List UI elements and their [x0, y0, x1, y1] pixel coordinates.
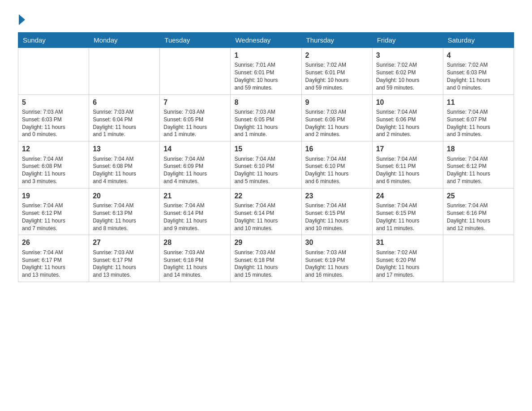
day-info: Sunrise: 7:04 AMSunset: 6:16 PMDaylight:… — [447, 202, 510, 232]
day-number: 4 — [447, 51, 510, 60]
calendar-cell — [89, 48, 160, 95]
day-number: 22 — [234, 191, 297, 201]
calendar-cell: 8Sunrise: 7:03 AMSunset: 6:05 PMDaylight… — [231, 94, 301, 141]
day-info: Sunrise: 7:04 AMSunset: 6:08 PMDaylight:… — [93, 155, 156, 185]
calendar-cell: 1Sunrise: 7:01 AMSunset: 6:01 PMDaylight… — [231, 48, 301, 95]
day-number: 18 — [447, 144, 510, 154]
day-number: 30 — [305, 238, 369, 248]
calendar-cell: 16Sunrise: 7:04 AMSunset: 6:10 PMDayligh… — [301, 141, 372, 188]
day-number: 12 — [22, 144, 85, 154]
calendar-cell: 23Sunrise: 7:04 AMSunset: 6:15 PMDayligh… — [301, 188, 372, 235]
week-row-2: 5Sunrise: 7:03 AMSunset: 6:03 PMDaylight… — [18, 94, 514, 141]
header-tuesday: Tuesday — [160, 33, 231, 48]
day-number: 20 — [93, 191, 156, 201]
day-number: 28 — [163, 238, 227, 248]
calendar-cell: 2Sunrise: 7:02 AMSunset: 6:01 PMDaylight… — [301, 48, 372, 95]
day-number: 5 — [22, 98, 85, 107]
day-number: 26 — [22, 238, 85, 248]
day-number: 29 — [234, 238, 297, 248]
calendar-cell — [160, 48, 231, 95]
calendar-cell: 15Sunrise: 7:04 AMSunset: 6:10 PMDayligh… — [231, 141, 301, 188]
calendar-cell: 29Sunrise: 7:03 AMSunset: 6:18 PMDayligh… — [231, 235, 301, 282]
day-info: Sunrise: 7:04 AMSunset: 6:09 PMDaylight:… — [163, 155, 227, 185]
header-monday: Monday — [89, 33, 160, 48]
day-info: Sunrise: 7:04 AMSunset: 6:06 PMDaylight:… — [376, 108, 439, 138]
day-number: 15 — [234, 144, 297, 154]
header-sunday: Sunday — [18, 33, 89, 48]
calendar-cell: 20Sunrise: 7:04 AMSunset: 6:13 PMDayligh… — [89, 188, 160, 235]
day-info: Sunrise: 7:03 AMSunset: 6:18 PMDaylight:… — [163, 249, 227, 279]
day-info: Sunrise: 7:02 AMSunset: 6:03 PMDaylight:… — [447, 61, 510, 91]
day-info: Sunrise: 7:04 AMSunset: 6:14 PMDaylight:… — [234, 202, 297, 232]
day-info: Sunrise: 7:04 AMSunset: 6:15 PMDaylight:… — [305, 202, 369, 232]
calendar-cell: 22Sunrise: 7:04 AMSunset: 6:14 PMDayligh… — [231, 188, 301, 235]
day-number: 2 — [305, 51, 369, 60]
day-number: 17 — [376, 144, 439, 154]
day-info: Sunrise: 7:04 AMSunset: 6:15 PMDaylight:… — [376, 202, 439, 232]
calendar-table: Sunday Monday Tuesday Wednesday Thursday… — [18, 32, 514, 282]
day-info: Sunrise: 7:04 AMSunset: 6:12 PMDaylight:… — [22, 202, 85, 232]
calendar-cell: 28Sunrise: 7:03 AMSunset: 6:18 PMDayligh… — [160, 235, 231, 282]
day-number: 31 — [376, 238, 439, 248]
day-info: Sunrise: 7:04 AMSunset: 6:17 PMDaylight:… — [22, 249, 85, 279]
day-info: Sunrise: 7:03 AMSunset: 6:05 PMDaylight:… — [163, 108, 227, 138]
calendar-cell: 7Sunrise: 7:03 AMSunset: 6:05 PMDaylight… — [160, 94, 231, 141]
day-info: Sunrise: 7:01 AMSunset: 6:01 PMDaylight:… — [234, 61, 297, 91]
calendar-cell: 12Sunrise: 7:04 AMSunset: 6:08 PMDayligh… — [18, 141, 89, 188]
day-info: Sunrise: 7:04 AMSunset: 6:10 PMDaylight:… — [305, 155, 369, 185]
day-number: 7 — [163, 98, 227, 107]
day-number: 8 — [234, 98, 297, 107]
header-thursday: Thursday — [301, 33, 372, 48]
day-number: 16 — [305, 144, 369, 154]
day-info: Sunrise: 7:04 AMSunset: 6:13 PMDaylight:… — [93, 202, 156, 232]
day-number: 27 — [93, 238, 156, 248]
day-info: Sunrise: 7:04 AMSunset: 6:14 PMDaylight:… — [163, 202, 227, 232]
calendar-cell: 10Sunrise: 7:04 AMSunset: 6:06 PMDayligh… — [372, 94, 443, 141]
day-info: Sunrise: 7:04 AMSunset: 6:12 PMDaylight:… — [447, 155, 510, 185]
day-info: Sunrise: 7:04 AMSunset: 6:10 PMDaylight:… — [234, 155, 297, 185]
calendar-cell: 13Sunrise: 7:04 AMSunset: 6:08 PMDayligh… — [89, 141, 160, 188]
calendar-cell: 31Sunrise: 7:02 AMSunset: 6:20 PMDayligh… — [372, 235, 443, 282]
day-info: Sunrise: 7:03 AMSunset: 6:03 PMDaylight:… — [22, 108, 85, 138]
logo-arrow-icon — [19, 14, 25, 25]
day-number: 19 — [22, 191, 85, 201]
day-number: 10 — [376, 98, 439, 107]
calendar-cell: 21Sunrise: 7:04 AMSunset: 6:14 PMDayligh… — [160, 188, 231, 235]
weekday-header-row: Sunday Monday Tuesday Wednesday Thursday… — [18, 33, 514, 48]
day-info: Sunrise: 7:04 AMSunset: 6:08 PMDaylight:… — [22, 155, 85, 185]
header-saturday: Saturday — [443, 33, 514, 48]
day-number: 13 — [93, 144, 156, 154]
day-number: 14 — [163, 144, 227, 154]
calendar-cell: 3Sunrise: 7:02 AMSunset: 6:02 PMDaylight… — [372, 48, 443, 95]
day-info: Sunrise: 7:02 AMSunset: 6:01 PMDaylight:… — [305, 61, 369, 91]
calendar-cell: 25Sunrise: 7:04 AMSunset: 6:16 PMDayligh… — [443, 188, 514, 235]
day-number: 9 — [305, 98, 369, 107]
week-row-1: 1Sunrise: 7:01 AMSunset: 6:01 PMDaylight… — [18, 48, 514, 95]
day-info: Sunrise: 7:03 AMSunset: 6:17 PMDaylight:… — [93, 249, 156, 279]
header-wednesday: Wednesday — [231, 33, 301, 48]
day-number: 25 — [447, 191, 510, 201]
day-number: 24 — [376, 191, 439, 201]
header-friday: Friday — [372, 33, 443, 48]
calendar-cell: 26Sunrise: 7:04 AMSunset: 6:17 PMDayligh… — [18, 235, 89, 282]
day-info: Sunrise: 7:03 AMSunset: 6:04 PMDaylight:… — [93, 108, 156, 138]
week-row-4: 19Sunrise: 7:04 AMSunset: 6:12 PMDayligh… — [18, 188, 514, 235]
calendar-cell: 18Sunrise: 7:04 AMSunset: 6:12 PMDayligh… — [443, 141, 514, 188]
calendar-cell: 6Sunrise: 7:03 AMSunset: 6:04 PMDaylight… — [89, 94, 160, 141]
calendar-cell — [443, 235, 514, 282]
page-header — [18, 13, 514, 23]
calendar-cell — [18, 48, 89, 95]
calendar-cell: 11Sunrise: 7:04 AMSunset: 6:07 PMDayligh… — [443, 94, 514, 141]
day-number: 3 — [376, 51, 439, 60]
day-info: Sunrise: 7:04 AMSunset: 6:11 PMDaylight:… — [376, 155, 439, 185]
day-info: Sunrise: 7:03 AMSunset: 6:18 PMDaylight:… — [234, 249, 297, 279]
calendar-cell: 30Sunrise: 7:03 AMSunset: 6:19 PMDayligh… — [301, 235, 372, 282]
calendar-cell: 14Sunrise: 7:04 AMSunset: 6:09 PMDayligh… — [160, 141, 231, 188]
day-number: 11 — [447, 98, 510, 107]
calendar-cell: 5Sunrise: 7:03 AMSunset: 6:03 PMDaylight… — [18, 94, 89, 141]
day-info: Sunrise: 7:02 AMSunset: 6:02 PMDaylight:… — [376, 61, 439, 91]
day-info: Sunrise: 7:03 AMSunset: 6:19 PMDaylight:… — [305, 249, 369, 279]
day-number: 1 — [234, 51, 297, 60]
day-info: Sunrise: 7:04 AMSunset: 6:07 PMDaylight:… — [447, 108, 510, 138]
calendar-cell: 27Sunrise: 7:03 AMSunset: 6:17 PMDayligh… — [89, 235, 160, 282]
